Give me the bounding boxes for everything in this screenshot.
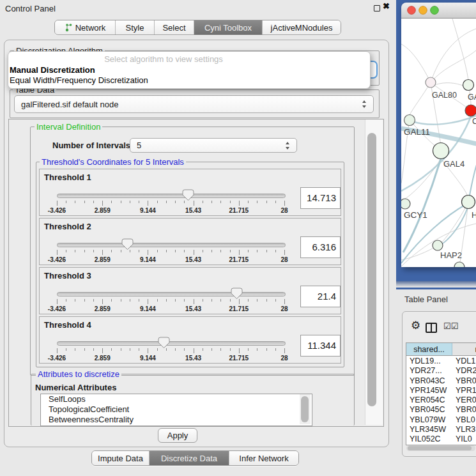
tab-infer-network[interactable]: Infer Network [229, 451, 298, 465]
split-columns-icon[interactable] [426, 323, 437, 333]
tick-mark [139, 348, 139, 351]
table-row[interactable]: YBR043CYBR0 [406, 376, 476, 386]
svg-text:C: C [472, 117, 476, 126]
tab-jactivemnodules[interactable]: jActiveMNodules [262, 20, 341, 35]
dropdown-option-manual[interactable]: Manual Discretization [10, 65, 95, 75]
node-gal11[interactable] [404, 115, 415, 126]
threshold-value-field[interactable]: 6.316 [300, 236, 341, 258]
pane-divider[interactable] [396, 288, 476, 289]
threshold-value-field[interactable]: 21.4 [300, 286, 341, 307]
slider-thumb[interactable] [121, 238, 134, 250]
column-header-shared-name[interactable]: shared... [406, 343, 452, 356]
table-row[interactable]: YER054CYER0 [406, 395, 476, 405]
tick-mark [194, 299, 194, 304]
tick-mark [266, 299, 267, 302]
panel-title: Control Panel [5, 4, 56, 13]
number-of-intervals-combo[interactable]: 5 [130, 138, 297, 153]
tick-mark [211, 348, 212, 351]
node-red-selected[interactable] [465, 105, 476, 116]
tick-mark [239, 299, 240, 304]
network-window-titlebar[interactable] [401, 3, 476, 19]
tick-mark [184, 299, 185, 302]
tick-mark [111, 250, 112, 252]
node-h[interactable] [462, 196, 475, 209]
dropdown-option-equal-width[interactable]: Equal Width/Frequency Discretization [10, 75, 148, 85]
table-row[interactable]: YLR345WYLR3 [406, 425, 476, 434]
tick-mark [175, 299, 176, 302]
attributes-list[interactable]: SelfLoops TopologicalCoefficient Between… [40, 394, 312, 426]
tick-mark [157, 299, 158, 302]
threshold-value-field[interactable]: 14.713 [300, 187, 341, 209]
table-row[interactable]: YBR045CYBR0 [406, 405, 476, 415]
list-scrollbar-thumb[interactable] [301, 396, 309, 422]
tick-mark [239, 250, 240, 255]
tab-discretize-data[interactable]: Discretize Data [149, 451, 229, 465]
tick-mark [194, 250, 194, 255]
tick-mark [130, 250, 130, 252]
network-canvas[interactable]: GAL80 GA C GAL11 GAL4 GCY1 H HAP2 [401, 19, 476, 267]
node-hap2[interactable] [433, 240, 443, 250]
tick-mark [57, 348, 58, 353]
tick-mark [102, 348, 103, 353]
slider-thumb[interactable] [182, 189, 194, 201]
tick-mark [66, 348, 66, 351]
tick-mark [248, 348, 249, 351]
table-row[interactable]: YIL052CYIL0 [406, 434, 476, 444]
slider-tick-labels: -3.426 2.859 9.144 15.43 21.715 28 [57, 256, 284, 263]
tick-mark [102, 201, 103, 206]
list-item[interactable]: SelfLoops [41, 394, 312, 404]
table-data-combo[interactable]: galFiltered.sif default node [14, 95, 374, 113]
tick-mark [257, 201, 257, 203]
float-window-icon[interactable] [374, 5, 380, 12]
tick-mark [220, 201, 221, 203]
slider-track[interactable] [57, 341, 286, 346]
tick-mark [57, 299, 58, 304]
table-row[interactable]: YPR145WYPR1 [406, 386, 476, 395]
table-hscrollbar[interactable] [406, 445, 475, 451]
table-row[interactable]: YBL079WYBL0 [406, 415, 476, 425]
node-gal80[interactable] [426, 77, 436, 88]
table-hscrollbar-thumb[interactable] [408, 446, 472, 450]
tab-network[interactable]: Network [55, 20, 115, 35]
tick-mark [275, 201, 276, 203]
list-item[interactable]: BetweennessCentrality [41, 415, 312, 425]
tick-mark [93, 250, 94, 252]
node-bottom[interactable] [454, 262, 464, 267]
tab-impute-data[interactable]: Impute Data [92, 451, 149, 465]
apply-button[interactable]: Apply [158, 428, 197, 443]
tick-mark [184, 348, 185, 351]
threshold-value-field[interactable]: 11.344 [300, 335, 341, 357]
node-ga[interactable] [463, 80, 474, 91]
slider-thumb[interactable] [158, 337, 170, 349]
table-row[interactable]: YDR27...YDR2 [406, 366, 476, 376]
slider-track[interactable] [57, 194, 286, 198]
close-traffic-icon[interactable] [408, 6, 416, 15]
slider-track[interactable] [57, 243, 286, 247]
table-row[interactable]: YDL19...YDL1 [406, 357, 476, 366]
tick-mark [230, 348, 231, 351]
node-gal4[interactable] [433, 143, 449, 159]
tab-select[interactable]: Select [154, 20, 194, 35]
tick-mark [166, 250, 167, 252]
close-icon[interactable]: ✖ [383, 1, 390, 11]
tick-mark [194, 201, 194, 206]
node-gcy1[interactable] [401, 199, 410, 209]
node-table: shared... na YDL19...YDL1 YDR27...YDR2 Y… [406, 342, 476, 445]
svg-text:GAL80: GAL80 [432, 91, 457, 100]
tab-style[interactable]: Style [115, 20, 154, 35]
slider-track[interactable] [57, 292, 286, 296]
tab-cyni-toolbox[interactable]: Cyni Toolbox [194, 20, 262, 35]
slider-thumb[interactable] [231, 288, 243, 300]
tick-mark [93, 201, 94, 203]
slider-ticks [57, 299, 284, 305]
list-item[interactable]: TopologicalCoefficient [41, 404, 312, 415]
tick-mark [239, 348, 240, 353]
minimize-traffic-icon[interactable] [419, 6, 427, 15]
column-header-name[interactable]: na [452, 343, 476, 356]
tick-mark [75, 201, 75, 203]
scrollbar-thumb[interactable] [367, 133, 376, 406]
select-columns-icon[interactable]: ☑☑ [443, 321, 458, 331]
zoom-traffic-icon[interactable] [431, 6, 439, 15]
threshold-block-4: Threshold 4 -3.426 2.859 9.144 15.43 21.… [39, 316, 341, 364]
gear-icon[interactable]: ⚙ [411, 320, 420, 331]
